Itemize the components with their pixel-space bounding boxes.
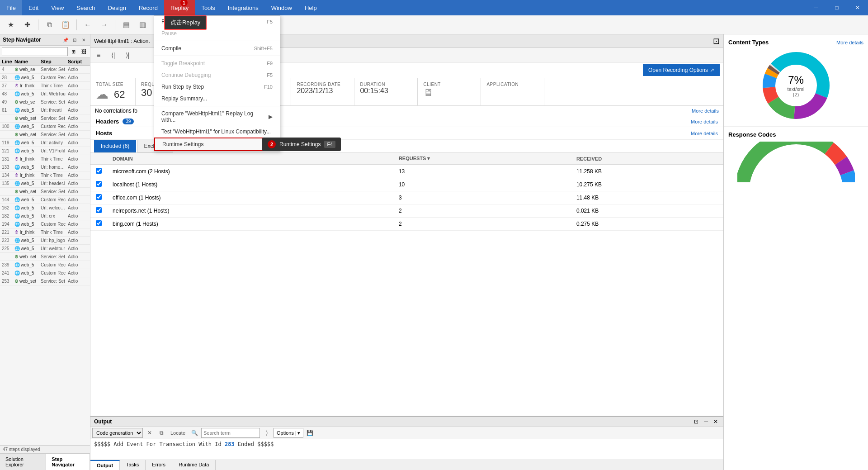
- table-row[interactable]: office.com (1 Hosts) 3 11.48 KB: [90, 191, 723, 204]
- menu-item-compare[interactable]: Compare "WebHttpHtml1" Replay Log with..…: [154, 108, 280, 126]
- list-item[interactable]: 133 🌐 web_5 Url: homeC1 Actio: [0, 163, 90, 171]
- toolbar-back[interactable]: ←: [80, 18, 95, 32]
- table-row[interactable]: bing.com (1 Hosts) 2 0.275 KB: [90, 218, 723, 231]
- minimize-button[interactable]: ─: [806, 0, 826, 15]
- menu-replay[interactable]: Replay 1 点击Replay: [164, 0, 195, 15]
- list-item[interactable]: 131 ⏱ lr_think Think Time Actio: [0, 155, 90, 163]
- output-locate[interactable]: Locate: [168, 428, 188, 438]
- script-title-text: WebHttpHtml1 : Action.: [94, 38, 150, 44]
- output-tab-output[interactable]: Output: [90, 460, 120, 470]
- output-filter-arrow[interactable]: ⟩: [262, 428, 272, 438]
- maximize-button[interactable]: □: [826, 0, 847, 15]
- menu-item-runtime-settings[interactable]: Runtime Settings F4: [154, 138, 280, 151]
- panel-undock[interactable]: ⊡: [71, 36, 78, 43]
- list-item[interactable]: 223 🌐 web_5 Url: hp_logo Actio: [0, 237, 90, 245]
- script-align[interactable]: ≡: [92, 50, 105, 61]
- output-undock[interactable]: ⊡: [692, 418, 700, 426]
- tab-solution-explorer[interactable]: Solution Explorer: [0, 454, 46, 470]
- list-item[interactable]: 119 🌐 web_5 Url: activity Actio: [0, 139, 90, 147]
- output-search-icon[interactable]: 🔍: [189, 428, 199, 438]
- menu-file[interactable]: File: [0, 0, 22, 15]
- list-item[interactable]: ⚙ web_set Service: Set Actio: [0, 114, 90, 123]
- navigator-filter-icon[interactable]: ⊞: [69, 47, 78, 56]
- output-save[interactable]: 💾: [305, 428, 315, 438]
- output-options-button[interactable]: Options | ▾: [274, 428, 303, 438]
- list-item[interactable]: 100 🌐 web_5 Custom Rec Actio: [0, 123, 90, 131]
- toolbar-script-new[interactable]: ▥: [135, 18, 150, 32]
- output-close[interactable]: ✕: [712, 418, 720, 426]
- output-minimize[interactable]: ─: [702, 418, 710, 426]
- menu-integrations[interactable]: Integrations: [222, 0, 265, 15]
- toolbar-new[interactable]: ★: [4, 18, 18, 32]
- open-recording-options-button[interactable]: Open Recording Options ↗: [643, 64, 720, 76]
- list-item[interactable]: 162 🌐 web_5 Url: welcome Actio: [0, 204, 90, 212]
- menu-window[interactable]: Window: [265, 0, 298, 15]
- list-item[interactable]: 134 ⏱ lr_think Think Time Actio: [0, 171, 90, 180]
- list-item[interactable]: 182 🌐 web_5 Url: crx Actio: [0, 212, 90, 220]
- list-item[interactable]: 121 🌐 web_5 Url: V1Profil Actio: [0, 147, 90, 155]
- tab-step-navigator[interactable]: Step Navigator: [46, 454, 90, 470]
- toolbar-copy[interactable]: ⧉: [42, 18, 57, 32]
- tab-included[interactable]: Included (6): [94, 140, 136, 152]
- list-item[interactable]: 241 🌐 web_5 Custom Rec Actio: [0, 269, 90, 277]
- menu-item-run-step[interactable]: Run Step by Step F10: [154, 81, 280, 93]
- output-type-dropdown[interactable]: Code generation: [92, 428, 143, 438]
- menu-item-compile[interactable]: Compile Shift+F5: [154, 43, 280, 54]
- toolbar-forward[interactable]: →: [97, 18, 111, 32]
- menu-item-replay-summary[interactable]: Replay Summary...: [154, 93, 280, 104]
- table-row[interactable]: localhost (1 Hosts) 10 10.275 KB: [90, 178, 723, 191]
- output-search-input[interactable]: [201, 428, 260, 438]
- menu-record[interactable]: Record: [132, 0, 164, 15]
- menu-edit[interactable]: Edit: [22, 0, 45, 15]
- list-item[interactable]: 28 🌐 web_5 Custom Rec Actio: [0, 74, 90, 82]
- script-nav1[interactable]: ⟨|: [107, 50, 119, 61]
- list-item[interactable]: 239 🌐 web_5 Custom Rec Actio: [0, 261, 90, 269]
- menu-item-test-linux[interactable]: Test "WebHttpHtml1" for Linux Compatibil…: [154, 126, 280, 138]
- list-item[interactable]: 144 🌐 web_5 Custom Rec Actio: [0, 196, 90, 204]
- list-item[interactable]: ⚙ web_set Service: Set Actio: [0, 253, 90, 261]
- panel-close[interactable]: ✕: [80, 36, 87, 43]
- panel-pin[interactable]: 📌: [62, 36, 69, 43]
- menu-design[interactable]: Design: [102, 0, 132, 15]
- script-nav2[interactable]: ⟩|: [121, 50, 134, 61]
- list-item[interactable]: 37 ⏱ lr_think Think Time Actio: [0, 82, 90, 90]
- list-item[interactable]: ⚙ web_set Service: Set Actio: [0, 131, 90, 139]
- output-copy[interactable]: ⧉: [156, 428, 166, 438]
- list-item[interactable]: 221 ⏱ lr_think Think Time Actio: [0, 228, 90, 237]
- row-checkbox[interactable]: [96, 194, 102, 200]
- table-row[interactable]: microsoft.com (2 Hosts) 13 11.258 KB: [90, 165, 723, 178]
- menu-help[interactable]: Help: [298, 0, 323, 15]
- headers-more-details[interactable]: More details: [691, 119, 718, 124]
- list-item[interactable]: 49 ⚙ web_se Service: Set Actio: [0, 98, 90, 106]
- output-tab-errors[interactable]: Errors: [146, 460, 172, 470]
- list-item[interactable]: 48 🌐 web_5 Url: WebTou Actio: [0, 90, 90, 98]
- toolbar-script-copy[interactable]: ▤: [119, 18, 133, 32]
- output-tab-tasks[interactable]: Tasks: [120, 460, 146, 470]
- menu-tools[interactable]: Tools: [195, 0, 221, 15]
- content-types-more-details[interactable]: More details: [836, 40, 863, 45]
- navigator-image-icon[interactable]: 🖼: [80, 47, 89, 56]
- resize-icon[interactable]: ⊡: [713, 36, 720, 46]
- output-tab-runtime-data[interactable]: Runtime Data: [172, 460, 216, 470]
- list-item[interactable]: 253 ⚙ web_set Service: Set Actio: [0, 277, 90, 285]
- list-item[interactable]: 61 🌐 web_5 Url: threati Actio: [0, 106, 90, 114]
- list-item[interactable]: ⚙ web_set Service: Set Actio: [0, 188, 90, 196]
- output-clear[interactable]: ✕: [145, 428, 155, 438]
- list-item[interactable]: 135 🌐 web_5 Url: header.l Actio: [0, 180, 90, 188]
- toolbar-paste[interactable]: 📋: [58, 18, 73, 32]
- menu-search[interactable]: Search: [70, 0, 101, 15]
- row-checkbox[interactable]: [96, 207, 102, 213]
- hosts-more-details[interactable]: More details: [691, 131, 718, 136]
- list-item[interactable]: 194 🌐 web_5 Custom Rec Actio: [0, 220, 90, 228]
- close-button[interactable]: ✕: [847, 0, 868, 15]
- correlations-more-details[interactable]: More details: [692, 108, 719, 114]
- row-checkbox[interactable]: [96, 220, 102, 226]
- menu-view[interactable]: View: [45, 0, 70, 15]
- row-checkbox[interactable]: [96, 181, 102, 187]
- toolbar-add[interactable]: ✚: [20, 18, 34, 32]
- list-item[interactable]: 225 🌐 web_5 Url: webtour Actio: [0, 245, 90, 253]
- row-checkbox[interactable]: [96, 168, 102, 174]
- navigator-search-input[interactable]: [2, 47, 68, 56]
- table-row[interactable]: nelreports.net (1 Hosts) 2 0.021 KB: [90, 204, 723, 218]
- list-item[interactable]: 4 ⚙ web_se Service: Set Actio: [0, 66, 90, 74]
